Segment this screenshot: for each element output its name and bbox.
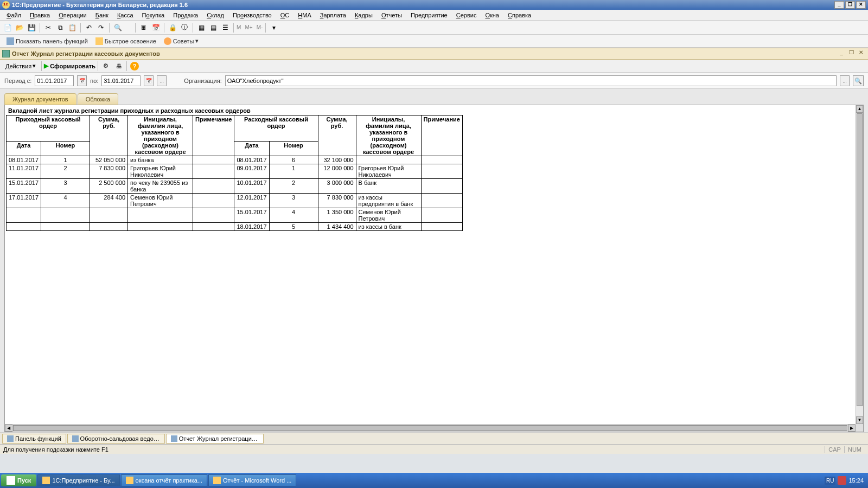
- start-button[interactable]: Пуск: [1, 474, 36, 486]
- actions-toolbar: Действия ▾ ▶ Сформировать ⚙ 🖶 ?: [0, 60, 868, 73]
- form-icon[interactable]: ▤: [208, 22, 219, 33]
- table-row[interactable]: 08.01.2017152 050 000из банка08.01.20176…: [7, 156, 463, 164]
- help-button[interactable]: ?: [129, 61, 140, 72]
- menu-кадры[interactable]: Кадры: [350, 11, 377, 20]
- m-minus-button[interactable]: М-: [257, 24, 263, 30]
- menu-покупка[interactable]: Покупка: [138, 11, 169, 20]
- redo-icon[interactable]: ↷: [95, 22, 106, 33]
- period-from-label: Период с:: [4, 78, 31, 84]
- workspace-tab[interactable]: Панель функций: [2, 434, 66, 444]
- taskbar-item[interactable]: Отчёт - Microsoft Word ...: [208, 474, 296, 486]
- menu-отчеты[interactable]: Отчеты: [377, 11, 406, 20]
- workspace-tab[interactable]: Оборотно-сальдовая ведом...: [67, 434, 165, 444]
- scroll-right-icon[interactable]: ▶: [848, 425, 856, 432]
- doc-restore-button[interactable]: ❐: [846, 49, 856, 58]
- minimize-button[interactable]: _: [834, 1, 844, 9]
- date-to-input[interactable]: [101, 75, 141, 86]
- save-icon[interactable]: 💾: [26, 22, 37, 33]
- open-icon[interactable]: 📂: [14, 22, 25, 33]
- print-icon[interactable]: 🖶: [113, 61, 124, 72]
- table-row[interactable]: 15.01.201741 350 000Семенов Юрий Петрови…: [7, 208, 463, 223]
- taskbar-item[interactable]: оксана отчёт практика...: [121, 474, 207, 486]
- menu-правка[interactable]: Правка: [25, 11, 54, 20]
- scroll-left-icon[interactable]: ◀: [5, 425, 12, 432]
- tab-cover[interactable]: Обложка: [78, 93, 118, 105]
- menu-производство[interactable]: Производство: [228, 11, 276, 20]
- menu-банк[interactable]: Банк: [91, 11, 113, 20]
- menu-предприятие[interactable]: Предприятие: [406, 11, 452, 20]
- new-icon[interactable]: 📄: [2, 22, 13, 33]
- doc-minimize-button[interactable]: _: [837, 49, 846, 58]
- menu-склад[interactable]: Склад: [202, 11, 228, 20]
- table-row[interactable]: 15.01.201732 500 000по чеку № 239055 из …: [7, 179, 463, 194]
- lock-icon[interactable]: 🔒: [167, 22, 178, 33]
- m-button[interactable]: М: [237, 24, 241, 30]
- menu-окна[interactable]: Окна: [481, 11, 503, 20]
- tab-journal[interactable]: Журнал документов: [4, 93, 76, 105]
- table-row[interactable]: 11.01.201727 830 000Григорьев Юрий Никол…: [7, 164, 463, 179]
- workspace-tab-label: Отчет Журнал регистрации...: [179, 435, 259, 442]
- tips-button[interactable]: Советы ▾: [162, 36, 201, 46]
- paste-icon[interactable]: 📋: [67, 22, 78, 33]
- start-label: Пуск: [17, 477, 31, 484]
- menu-ос[interactable]: ОС: [276, 11, 294, 20]
- report-icon[interactable]: ▦: [196, 22, 207, 33]
- org-input[interactable]: [225, 75, 837, 86]
- calc-icon[interactable]: 🖩: [138, 22, 149, 33]
- report-title: Вкладной лист журнала регистрации приход…: [6, 106, 854, 115]
- calendar-icon[interactable]: 📅: [150, 22, 161, 33]
- show-panel-button[interactable]: Показать панель функций: [4, 36, 90, 46]
- bulb-icon: [164, 37, 171, 45]
- scroll-down-icon[interactable]: ▼: [856, 416, 863, 424]
- menu-сервис[interactable]: Сервис: [452, 11, 481, 20]
- col-pnum: Номер: [41, 142, 90, 156]
- menu-зарплата[interactable]: Зарплата: [316, 11, 350, 20]
- calendar-to-button[interactable]: 📅: [144, 75, 154, 86]
- app-icon: [42, 477, 50, 484]
- col-rko: Расходный кассовый ордер: [234, 115, 318, 142]
- horizontal-scrollbar[interactable]: ◀ ▶: [5, 424, 856, 432]
- cut-icon[interactable]: ✂: [43, 22, 54, 33]
- undo-icon[interactable]: ↶: [84, 22, 94, 33]
- period-more-button[interactable]: ...: [157, 75, 167, 86]
- m-plus-button[interactable]: М+: [245, 24, 252, 30]
- menubar: ФайлПравкаОперацииБанкКассаПокупкаПродаж…: [0, 10, 868, 21]
- close-button[interactable]: ✕: [856, 1, 866, 9]
- scroll-thumb-h[interactable]: [13, 425, 847, 431]
- workspace-tab[interactable]: Отчет Журнал регистрации...: [166, 434, 264, 444]
- menu-операции[interactable]: Операции: [54, 11, 91, 20]
- org-search-button[interactable]: 🔍: [853, 75, 864, 86]
- col-sum-r: Сумма, руб.: [318, 115, 356, 156]
- doc-icon: [171, 435, 177, 442]
- list-icon[interactable]: ☰: [220, 22, 231, 33]
- menu-нма[interactable]: НМА: [293, 11, 315, 20]
- restore-button[interactable]: ❐: [845, 1, 855, 9]
- menu-касса[interactable]: Касса: [113, 11, 138, 20]
- actions-button[interactable]: Действия ▾: [2, 61, 39, 70]
- info-icon[interactable]: ⓘ: [179, 22, 190, 33]
- menu-справка[interactable]: Справка: [503, 11, 535, 20]
- table-row[interactable]: 18.01.201751 434 400из кассы в банк: [7, 223, 463, 231]
- copy-icon[interactable]: ⧉: [55, 22, 66, 33]
- lang-indicator[interactable]: RU: [825, 477, 835, 485]
- generate-button[interactable]: ▶ Сформировать: [44, 62, 95, 69]
- tray-icon[interactable]: [838, 476, 846, 485]
- date-from-input[interactable]: [35, 75, 74, 86]
- org-more-button[interactable]: ...: [840, 75, 850, 86]
- vertical-scrollbar[interactable]: ▲ ▼: [856, 105, 863, 424]
- find-icon[interactable]: 🔍: [112, 22, 123, 33]
- calendar-from-button[interactable]: 📅: [77, 75, 87, 86]
- scroll-thumb[interactable]: [857, 113, 863, 406]
- quick-learn-button[interactable]: Быстрое освоение: [93, 36, 158, 46]
- menu-файл[interactable]: Файл: [2, 11, 25, 20]
- scroll-up-icon[interactable]: ▲: [856, 105, 863, 113]
- dropdown-icon[interactable]: ▾: [269, 22, 279, 33]
- doc-close-button[interactable]: ✕: [856, 49, 866, 58]
- table-row[interactable]: 17.01.20174284 400Семенов Юрий Петрович1…: [7, 194, 463, 208]
- org-label: Организация:: [184, 78, 221, 84]
- taskbar-item[interactable]: 1С:Предприятие - Бу...: [37, 474, 119, 486]
- report-content[interactable]: Вкладной лист журнала регистрации приход…: [5, 105, 856, 424]
- quick-learn-label: Быстрое освоение: [105, 38, 156, 44]
- menu-продажа[interactable]: Продажа: [169, 11, 202, 20]
- settings-icon[interactable]: ⚙: [100, 61, 111, 72]
